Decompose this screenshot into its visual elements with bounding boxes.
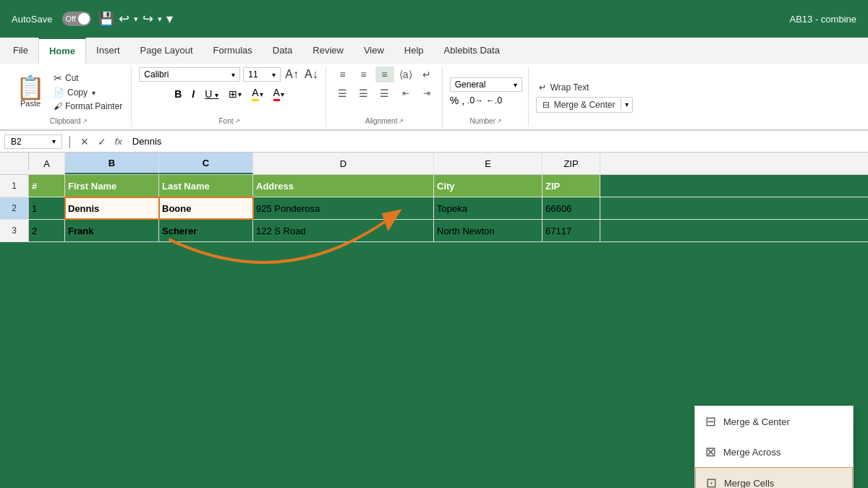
col-header-zip[interactable]: ZIP [542, 153, 600, 174]
increase-decimal-button[interactable]: .0→ [467, 95, 483, 106]
redo-dropdown-icon[interactable]: ▾ [158, 14, 162, 24]
border-icon: ⊞ [229, 88, 237, 100]
align-middle-button[interactable]: ≡ [354, 67, 373, 82]
col-header-a[interactable]: A [29, 153, 65, 174]
autosave-toggle[interactable]: Off [62, 12, 91, 26]
dropdown-item-merge-center[interactable]: ⊟ Merge & Center [695, 406, 853, 437]
cell-1a[interactable]: # [29, 175, 65, 197]
cut-button[interactable]: ✂ Cut [51, 71, 125, 85]
formula-input[interactable] [128, 136, 864, 147]
table-row: 1 # First Name Last Name Address City ZI… [0, 175, 868, 197]
copy-button[interactable]: 📄 Copy ▾ [51, 86, 125, 99]
customize-icon[interactable]: ▾ [166, 11, 173, 27]
cell-1zip[interactable]: ZIP [542, 175, 600, 197]
formula-fx-button[interactable]: fx [112, 136, 125, 147]
fill-color-button[interactable]: A ▾ [248, 85, 266, 103]
undo-dropdown-icon[interactable]: ▾ [134, 14, 138, 24]
merge-center-label: Merge & Center [554, 100, 616, 110]
font-size-selector[interactable]: 11 ▾ [243, 67, 281, 82]
alignment-expand-icon[interactable]: ↗ [399, 118, 404, 124]
tab-ablebits[interactable]: Ablebits Data [434, 38, 510, 64]
align-right-button[interactable]: ☰ [375, 85, 394, 101]
font-color-dropdown-icon[interactable]: ▾ [281, 90, 284, 98]
cell-2zip[interactable]: 66606 [542, 197, 600, 219]
align-top-button[interactable]: ≡ [333, 67, 352, 82]
row-num-2[interactable]: 2 [0, 197, 29, 219]
redo-icon[interactable]: ↪ [142, 11, 153, 27]
orientation-button[interactable]: ⟨a⟩ [396, 67, 415, 82]
cell-3c[interactable]: Scherer [159, 220, 253, 241]
tab-home[interactable]: Home [38, 38, 86, 64]
merge-center-button[interactable]: ⊟ Merge & Center [537, 98, 621, 112]
cell-3b[interactable]: Frank [65, 220, 159, 241]
font-group-label: Font ↗ [219, 117, 240, 127]
font-name-selector[interactable]: Calibri ▾ [139, 67, 240, 82]
percent-button[interactable]: % [450, 95, 459, 106]
cell-2c[interactable]: Boone [159, 197, 253, 219]
decrease-decimal-button[interactable]: ←.0 [486, 95, 502, 106]
cell-2a[interactable]: 1 [29, 197, 65, 219]
undo-icon[interactable]: ↩ [119, 11, 129, 27]
border-button[interactable]: ⊞ ▾ [225, 87, 245, 101]
tab-page-layout[interactable]: Page Layout [130, 38, 203, 64]
formula-cancel-button[interactable]: ✕ [77, 136, 92, 147]
copy-icon: 📄 [54, 87, 64, 98]
cell-2e[interactable]: Topeka [434, 197, 542, 219]
align-center-button[interactable]: ☰ [354, 85, 373, 101]
font-expand-icon[interactable]: ↗ [235, 118, 240, 124]
copy-dropdown-icon[interactable]: ▾ [92, 89, 95, 97]
fill-dropdown-icon[interactable]: ▾ [260, 90, 263, 98]
font-color-button[interactable]: A ▾ [270, 85, 288, 103]
dropdown-item-merge-cells[interactable]: ⊡ Merge Cells [695, 467, 853, 488]
tab-help[interactable]: Help [394, 38, 434, 64]
cell-2b[interactable]: Dennis [65, 197, 159, 219]
cell-3a[interactable]: 2 [29, 220, 65, 241]
col-header-d[interactable]: D [253, 153, 434, 174]
save-icon[interactable]: 💾 [98, 11, 114, 27]
tab-data[interactable]: Data [263, 38, 302, 64]
row-num-1[interactable]: 1 [0, 175, 29, 197]
dropdown-item-merge-across[interactable]: ⊠ Merge Across [695, 437, 853, 467]
border-dropdown-icon[interactable]: ▾ [238, 90, 242, 98]
cell-1d[interactable]: Address [253, 175, 434, 197]
formula-confirm-button[interactable]: ✓ [95, 136, 109, 147]
font-shrink-button[interactable]: A↓ [303, 67, 320, 82]
tab-formulas[interactable]: Formulas [203, 38, 263, 64]
cell-ref-dropdown[interactable]: ▾ [52, 137, 56, 145]
cell-1b[interactable]: First Name [65, 175, 159, 197]
col-header-e[interactable]: E [434, 153, 542, 174]
increase-indent-button[interactable]: ⇥ [417, 85, 436, 101]
number-group-label: Number ↗ [469, 117, 502, 127]
wrap-text-small-button[interactable]: ↵ [417, 67, 436, 82]
comma-button[interactable]: , [461, 95, 464, 106]
decrease-indent-button[interactable]: ⇤ [396, 85, 415, 101]
col-header-c[interactable]: C [159, 153, 253, 174]
underline-dropdown-icon[interactable]: ▾ [215, 91, 218, 99]
bold-button[interactable]: B [171, 87, 185, 101]
cell-1c[interactable]: Last Name [159, 175, 253, 197]
clipboard-expand-icon[interactable]: ↗ [82, 118, 88, 124]
number-expand-icon[interactable]: ↗ [497, 118, 502, 124]
underline-button[interactable]: U ▾ [201, 87, 222, 101]
col-header-b[interactable]: B [65, 153, 159, 174]
tab-file[interactable]: File [3, 38, 38, 64]
align-bottom-button[interactable]: ≡ [375, 67, 394, 82]
number-format-selector[interactable]: General ▾ [450, 77, 522, 92]
format-painter-button[interactable]: 🖌 Format Painter [51, 100, 125, 113]
tab-insert[interactable]: Insert [86, 38, 130, 64]
font-grow-button[interactable]: A↑ [284, 67, 300, 82]
cell-reference-box[interactable]: B2 ▾ [4, 134, 62, 149]
cell-2d[interactable]: 925 Ponderosa [253, 197, 434, 219]
cell-3zip[interactable]: 67117 [542, 220, 600, 241]
row-num-3[interactable]: 3 [0, 220, 29, 241]
wrap-text-button[interactable]: ↵ Wrap Text [536, 81, 634, 94]
cell-3d[interactable]: 122 S Road [253, 220, 434, 241]
align-left-button[interactable]: ☰ [333, 85, 352, 101]
tab-view[interactable]: View [354, 38, 394, 64]
tab-review[interactable]: Review [302, 38, 354, 64]
merge-dropdown-arrow[interactable]: ▾ [621, 98, 632, 111]
cell-3e[interactable]: North Newton [434, 220, 542, 241]
cell-1e[interactable]: City [434, 175, 542, 197]
italic-button[interactable]: I [188, 87, 198, 101]
paste-button[interactable]: 📋 Paste [12, 73, 49, 111]
